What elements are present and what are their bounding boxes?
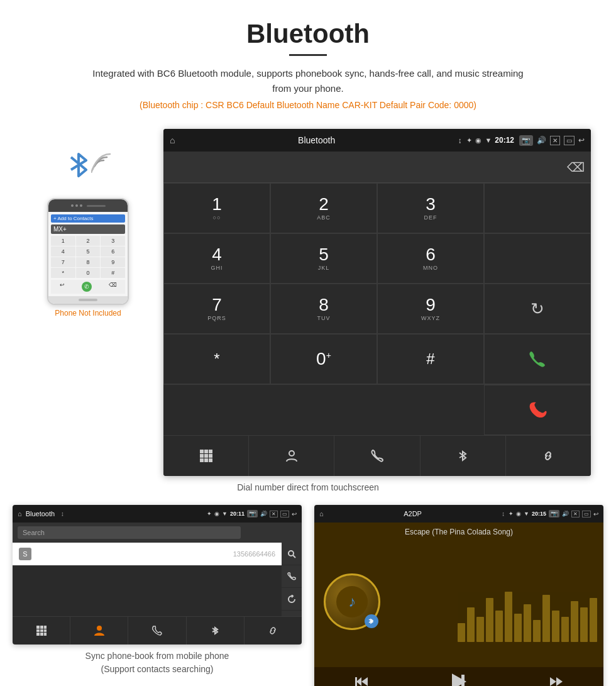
link-bottom-button[interactable] xyxy=(506,436,591,476)
music-screen-wrap: ⌂ A2DP ↨ ✦ ◉ ▼ 20:15 📷 🔊 ✕ ▭ ↩ xyxy=(314,505,603,686)
svg-rect-12 xyxy=(36,626,40,629)
pb-link-btn[interactable] xyxy=(245,617,302,645)
svg-line-11 xyxy=(293,555,295,558)
usb-icon: ↨ xyxy=(458,136,462,144)
call-button[interactable] xyxy=(484,334,591,384)
key-6[interactable]: 6MNO xyxy=(377,233,484,284)
dialer-screen-title: Bluetooth xyxy=(180,135,453,145)
pb-camera-icon[interactable]: 📷 xyxy=(247,510,258,517)
phone-bottom-bar: ↩ ✆ ⌫ xyxy=(51,280,125,294)
key-7[interactable]: 7PQRS xyxy=(163,284,270,334)
key-empty-1 xyxy=(484,183,591,233)
svg-marker-28 xyxy=(556,677,563,686)
phonebook-screen-wrap: ⌂ Bluetooth ↨ ✦ ◉ ▼ 20:11 📷 🔊 ✕ ▭ ↩ Sear… xyxy=(13,505,302,686)
pb-call-side-icon[interactable] xyxy=(282,565,302,588)
dialer-bottom-bar xyxy=(163,435,591,476)
pb-person-btn[interactable] xyxy=(70,617,128,645)
music-camera-icon[interactable]: 📷 xyxy=(549,510,559,517)
music-controls xyxy=(314,667,603,686)
key-3[interactable]: 3DEF xyxy=(377,183,484,233)
music-vol-icon[interactable]: 🔊 xyxy=(562,511,569,517)
car-dialer-screen: ⌂ Bluetooth ↨ ✦ ◉ ▼ 20:12 📷 🔊 ✕ ▭ ↩ ⌫ xyxy=(163,129,591,476)
pb-vol-icon[interactable]: 🔊 xyxy=(260,511,267,517)
key-hash[interactable]: # xyxy=(377,334,484,384)
dialer-display: ⌫ xyxy=(163,152,591,183)
status-time: 20:12 xyxy=(495,136,514,145)
play-pause-button[interactable] xyxy=(451,673,467,687)
phone-keypad-grid: 123 456 789 *0# xyxy=(51,236,125,278)
camera-icon[interactable]: 📷 xyxy=(519,135,533,146)
bottom-screens-section: ⌂ Bluetooth ↨ ✦ ◉ ▼ 20:11 📷 🔊 ✕ ▭ ↩ Sear… xyxy=(0,505,616,686)
reload-button[interactable]: ↻ xyxy=(484,284,591,334)
music-loc-icon: ◉ xyxy=(516,511,521,517)
music-win-icon[interactable]: ▭ xyxy=(582,511,591,517)
svg-rect-16 xyxy=(40,629,43,632)
pb-phone-btn[interactable] xyxy=(128,617,186,645)
pb-bt-icon: ✦ xyxy=(207,511,212,517)
svg-marker-22 xyxy=(356,677,361,686)
status-icons: ✦ ◉ ▼ 20:12 xyxy=(466,136,514,145)
music-note-icon: ♪ xyxy=(348,593,356,611)
phone-screen: + Add to Contacts MX+ 123 456 789 *0# ↩ … xyxy=(48,212,128,296)
svg-marker-27 xyxy=(550,677,556,686)
status-right-icons: 📷 🔊 ✕ ▭ ↩ xyxy=(519,135,585,146)
svg-rect-20 xyxy=(44,633,47,636)
key-star[interactable]: * xyxy=(163,334,270,384)
backspace-button[interactable]: ⌫ xyxy=(567,160,585,175)
music-back-icon[interactable]: ↩ xyxy=(593,511,598,517)
pb-reload-side-icon[interactable] xyxy=(282,588,302,611)
end-call-button[interactable] xyxy=(484,385,591,435)
next-button[interactable] xyxy=(549,675,563,687)
pb-win-icon[interactable]: ▭ xyxy=(280,511,289,517)
contacts-bottom-button[interactable] xyxy=(249,436,334,476)
key-8[interactable]: 8TUV xyxy=(270,284,377,334)
volume-icon[interactable]: 🔊 xyxy=(537,136,546,145)
title-section: Bluetooth Integrated with BC6 Bluetooth … xyxy=(0,0,616,129)
music-body: Escape (The Pina Colada Song) ♪ xyxy=(314,523,603,667)
window-icon[interactable]: ▭ xyxy=(564,136,575,145)
pb-loc-icon: ◉ xyxy=(214,511,219,517)
svg-point-21 xyxy=(97,626,102,631)
apps-bottom-button[interactable] xyxy=(163,436,249,476)
close-icon[interactable]: ✕ xyxy=(550,136,560,145)
bluetooth-bottom-button[interactable] xyxy=(421,436,506,476)
music-home-icon[interactable]: ⌂ xyxy=(319,510,324,517)
music-time: 20:15 xyxy=(532,511,546,517)
pb-search-side-icon[interactable] xyxy=(282,543,302,565)
pb-contact-item[interactable]: S Seicane 13566664466 xyxy=(13,543,282,566)
pb-side-icons xyxy=(282,543,302,616)
title-underline xyxy=(289,54,327,56)
svg-rect-5 xyxy=(209,454,212,458)
key-5[interactable]: 5JKL xyxy=(270,233,377,284)
pb-apps-btn[interactable] xyxy=(13,617,70,645)
back-icon[interactable]: ↩ xyxy=(578,136,585,145)
key-1[interactable]: 1○○ xyxy=(163,183,270,233)
prev-button[interactable] xyxy=(355,675,369,687)
music-status-bar: ⌂ A2DP ↨ ✦ ◉ ▼ 20:15 📷 🔊 ✕ ▭ ↩ xyxy=(314,505,603,523)
bluetooth-badge xyxy=(365,614,378,628)
bluetooth-status-icon: ✦ xyxy=(466,136,472,145)
home-icon[interactable]: ⌂ xyxy=(170,135,175,145)
key-4[interactable]: 4GHI xyxy=(163,233,270,284)
key-9[interactable]: 9WXYZ xyxy=(377,284,484,334)
phone-top-bar xyxy=(48,199,128,212)
svg-rect-8 xyxy=(209,458,212,462)
phone-bottom-button[interactable] xyxy=(334,436,420,476)
pb-close-icon[interactable]: ✕ xyxy=(270,511,278,517)
music-bt-icon: ✦ xyxy=(509,511,514,517)
pb-search-input[interactable]: Search xyxy=(18,526,241,539)
pb-contact-list: S Seicane 13566664466 xyxy=(13,543,282,616)
dialer-status-bar: ⌂ Bluetooth ↨ ✦ ◉ ▼ 20:12 📷 🔊 ✕ ▭ ↩ xyxy=(163,129,591,152)
music-signal-icon: ▼ xyxy=(524,511,529,517)
pb-back-icon[interactable]: ↩ xyxy=(292,511,297,517)
dial-caption: Dial number direct from touchscreen xyxy=(0,482,616,492)
key-0[interactable]: 0+ xyxy=(270,334,377,384)
key-2[interactable]: 2ABC xyxy=(270,183,377,233)
phone-not-included-label: Phone Not Included xyxy=(55,309,121,318)
svg-rect-6 xyxy=(200,458,204,462)
pb-bt-btn[interactable] xyxy=(187,617,245,645)
music-close-icon[interactable]: ✕ xyxy=(571,511,580,517)
svg-rect-24 xyxy=(355,677,357,686)
svg-rect-26 xyxy=(462,675,464,687)
pb-home-icon[interactable]: ⌂ xyxy=(18,510,22,517)
